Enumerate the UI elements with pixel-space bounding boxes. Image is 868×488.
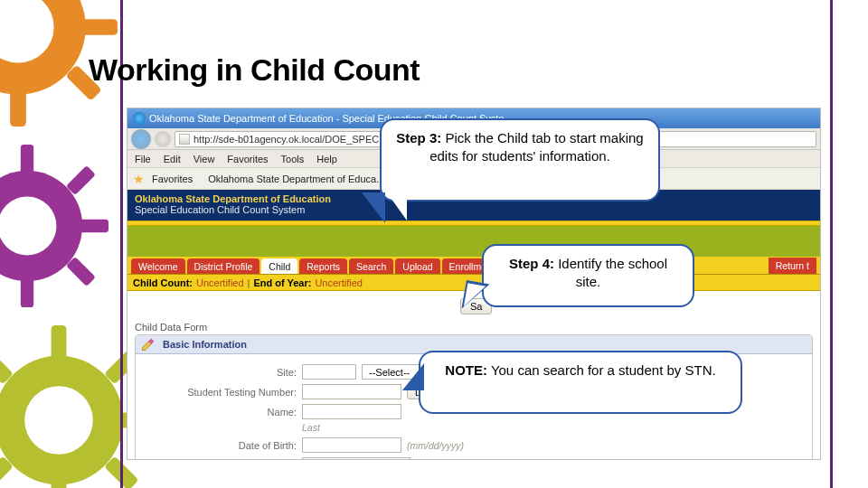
svg-rect-21 xyxy=(52,325,67,360)
callout-tail-icon xyxy=(461,280,489,313)
callout3-text: You can search for a student by STN. xyxy=(487,362,716,378)
tab-upload[interactable]: Upload xyxy=(395,258,439,274)
tab-strip: Welcome District Profile Child Reports S… xyxy=(127,257,820,275)
svg-rect-22 xyxy=(52,481,67,488)
site-subtitle: Special Education Child Count System xyxy=(135,204,813,215)
callout3-bold: NOTE: xyxy=(445,362,487,378)
svg-point-29 xyxy=(24,386,93,455)
eoy-value: Uncertified xyxy=(315,277,363,288)
menu-favorites[interactable]: Favorites xyxy=(227,154,268,164)
callout1-text: Pick the Child tab to start making edits… xyxy=(429,130,644,164)
svg-rect-14 xyxy=(80,220,108,232)
favorites-label[interactable]: Favorites xyxy=(152,174,193,184)
return-link[interactable]: Return t xyxy=(769,258,816,274)
favorites-star-icon[interactable]: ★ xyxy=(133,172,145,186)
callout-tail-icon xyxy=(402,363,424,390)
status-separator: | xyxy=(248,277,250,288)
site-code-input[interactable] xyxy=(302,364,356,380)
label-site: Site: xyxy=(161,367,297,378)
back-button[interactable] xyxy=(131,129,151,149)
favorites-link-text: Oklahoma State Department of Educa... xyxy=(208,174,384,184)
decorative-gear-purple xyxy=(0,145,108,307)
favorites-link[interactable]: Oklahoma State Department of Educa... xyxy=(200,172,389,186)
childcount-label: Child Count: xyxy=(133,277,193,288)
svg-rect-18 xyxy=(66,257,96,286)
decorative-line-right xyxy=(830,0,833,488)
forward-button[interactable] xyxy=(155,131,171,147)
dob-hint: (mm/dd/yyyy) xyxy=(407,440,464,451)
green-banner xyxy=(127,226,820,257)
ie-icon xyxy=(133,112,146,125)
svg-rect-4 xyxy=(81,19,118,35)
menu-edit[interactable]: Edit xyxy=(164,154,181,164)
svg-point-19 xyxy=(0,197,56,256)
label-grade: Grade: xyxy=(161,460,297,461)
tab-reports[interactable]: Reports xyxy=(299,258,347,274)
callout-tail-icon xyxy=(362,192,385,223)
childcount-value: Uncertified xyxy=(196,277,244,288)
stn-input[interactable] xyxy=(302,384,401,399)
panel-title: Child Data Form xyxy=(135,322,813,333)
page-icon xyxy=(179,134,190,145)
eoy-label: End of Year: xyxy=(253,277,311,288)
svg-rect-12 xyxy=(21,278,33,307)
callout-note: NOTE: You can search for a student by ST… xyxy=(419,351,742,414)
dob-input[interactable] xyxy=(302,437,401,453)
name-hint: Last xyxy=(302,422,320,433)
grade-select[interactable]: --Select-- xyxy=(302,457,410,460)
label-dob: Date of Birth: xyxy=(161,440,297,451)
svg-rect-11 xyxy=(21,145,33,174)
tab-welcome[interactable]: Welcome xyxy=(131,258,185,274)
page-title: Working in Child Count xyxy=(89,52,420,88)
svg-rect-2 xyxy=(10,90,26,127)
callout2-text: Identify the school site. xyxy=(554,256,667,289)
callout-step-3: Step 3: Pick the Child tab to start maki… xyxy=(380,118,660,202)
label-name: Name: xyxy=(161,407,297,418)
panel-header-text: Basic Information xyxy=(163,339,247,350)
pencil-icon xyxy=(141,338,157,351)
callout1-bold: Step 3: xyxy=(396,130,441,145)
menu-file[interactable]: File xyxy=(135,154,151,164)
tab-search[interactable]: Search xyxy=(349,258,393,274)
menu-help[interactable]: Help xyxy=(316,154,337,164)
tab-child[interactable]: Child xyxy=(261,258,297,274)
callout2-bold: Step 4: xyxy=(509,256,554,271)
menu-view[interactable]: View xyxy=(193,154,215,164)
svg-rect-16 xyxy=(66,165,96,195)
lastname-input[interactable] xyxy=(302,404,401,419)
label-stn: Student Testing Number: xyxy=(161,387,297,398)
callout-step-4: Step 4: Identify the school site. xyxy=(482,244,694,307)
tab-district-profile[interactable]: District Profile xyxy=(187,258,260,274)
menu-tools[interactable]: Tools xyxy=(281,154,305,164)
